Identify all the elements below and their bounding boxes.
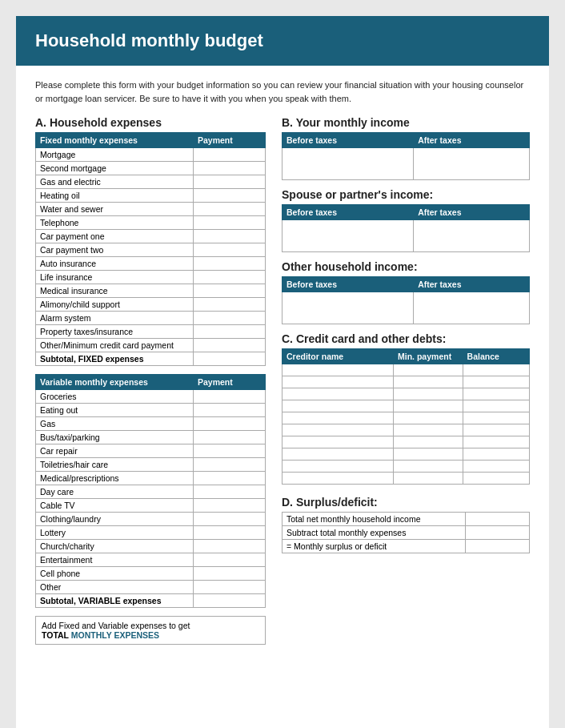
left-column: A. Household expenses Fixed monthly expe… bbox=[35, 116, 266, 645]
page-title: Household monthly budget bbox=[35, 30, 263, 50]
table-row: Car payment one bbox=[36, 230, 266, 243]
total-expenses-box: Add Fixed and Variable expenses to get T… bbox=[35, 616, 266, 645]
table-row bbox=[282, 473, 530, 485]
table-row bbox=[282, 376, 530, 388]
other-income-title: Other household income: bbox=[282, 260, 530, 273]
variable-col2-header: Payment bbox=[194, 375, 266, 390]
fixed-expenses-table: Fixed monthly expenses Payment Mortgage … bbox=[35, 132, 266, 366]
table-row: Medical insurance bbox=[36, 284, 266, 298]
spouse-income-header-row: Before taxes After taxes bbox=[282, 205, 530, 220]
table-row: Auto insurance bbox=[36, 257, 266, 271]
credit-col3-header: Balance bbox=[463, 349, 529, 364]
table-row: Eating out bbox=[36, 404, 266, 417]
other-income-header-row: Before taxes After taxes bbox=[282, 277, 530, 292]
table-row: Other/Minimum credit card payment bbox=[36, 339, 266, 352]
table-row: Other bbox=[36, 581, 266, 594]
surplus-row-1: Total net monthly household income bbox=[282, 513, 530, 526]
intro-text: Please complete this form with your budg… bbox=[35, 78, 530, 105]
table-row: Alarm system bbox=[36, 312, 266, 325]
income-data-row bbox=[282, 148, 530, 180]
table-row bbox=[282, 400, 530, 412]
table-row: Life insurance bbox=[36, 271, 266, 284]
table-row: Gas and electric bbox=[36, 175, 266, 189]
table-row: Water and sewer bbox=[36, 203, 266, 216]
table-row bbox=[282, 424, 530, 436]
income-col1-header: Before taxes bbox=[282, 133, 414, 148]
surplus-row-3: = Monthly surplus or deficit bbox=[282, 540, 530, 553]
total-monthly-label: MONTHLY EXPENSES bbox=[71, 630, 159, 640]
table-row: Toiletries/hair care bbox=[36, 458, 266, 472]
variable-expenses-table: Variable monthly expenses Payment Grocer… bbox=[35, 374, 266, 608]
spouse-income-table: Before taxes After taxes bbox=[282, 204, 530, 252]
credit-col1-header: Creditor name bbox=[282, 349, 394, 364]
spouse-col2-header: After taxes bbox=[414, 205, 530, 220]
credit-card-table: Creditor name Min. payment Balance bbox=[282, 348, 530, 485]
other-income-data-row bbox=[282, 292, 530, 324]
fixed-header-row: Fixed monthly expenses Payment bbox=[36, 133, 266, 148]
section-d-title: D. Surplus/deficit: bbox=[282, 496, 530, 509]
table-row: Cell phone bbox=[36, 567, 266, 581]
variable-col1-header: Variable monthly expenses bbox=[36, 375, 194, 390]
table-row: Groceries bbox=[36, 390, 266, 404]
table-row: Mortgage bbox=[36, 148, 266, 162]
total-expenses-line1: Add Fixed and Variable expenses to get bbox=[42, 621, 259, 630]
table-row bbox=[282, 461, 530, 473]
table-row bbox=[282, 412, 530, 424]
other-col2-header: After taxes bbox=[414, 277, 530, 292]
table-row: Heating oil bbox=[36, 189, 266, 203]
surplus-deficit-table: Total net monthly household income Subtr… bbox=[282, 512, 530, 553]
table-row: Telephone bbox=[36, 216, 266, 230]
section-b-title: B. Your monthly income bbox=[282, 116, 530, 129]
variable-header-row: Variable monthly expenses Payment bbox=[36, 375, 266, 390]
section-a-title: A. Household expenses bbox=[35, 116, 266, 129]
table-row: Alimony/child support bbox=[36, 298, 266, 312]
table-row: Church/charity bbox=[36, 540, 266, 553]
credit-col2-header: Min. payment bbox=[394, 349, 463, 364]
table-row: Property taxes/insurance bbox=[36, 325, 266, 339]
table-row: Car repair bbox=[36, 444, 266, 458]
total-expenses-line2: TOTAL MONTHLY EXPENSES bbox=[42, 630, 259, 640]
page: Household monthly budget Please complete… bbox=[16, 16, 549, 728]
income-header-row: Before taxes After taxes bbox=[282, 133, 530, 148]
table-row: Cable TV bbox=[36, 499, 266, 513]
table-row bbox=[282, 448, 530, 461]
spouse-col1-header: Before taxes bbox=[282, 205, 414, 220]
table-row bbox=[282, 364, 530, 376]
table-row: Car payment two bbox=[36, 243, 266, 257]
table-row: Gas bbox=[36, 417, 266, 431]
income-col2-header: After taxes bbox=[414, 133, 530, 148]
table-row: Lottery bbox=[36, 526, 266, 540]
monthly-income-table: Before taxes After taxes bbox=[282, 132, 530, 180]
table-row: Medical/prescriptions bbox=[36, 472, 266, 485]
fixed-subtotal-row: Subtotal, FIXED expenses bbox=[36, 352, 266, 366]
surplus-row-2: Subtract total monthly expenses bbox=[282, 526, 530, 540]
page-header: Household monthly budget bbox=[16, 16, 549, 66]
spouse-income-data-row bbox=[282, 220, 530, 252]
table-row: Day care bbox=[36, 485, 266, 499]
table-row bbox=[282, 436, 530, 448]
fixed-col2-header: Payment bbox=[194, 133, 266, 148]
table-row: Clothing/laundry bbox=[36, 513, 266, 526]
spouse-income-title: Spouse or partner's income: bbox=[282, 188, 530, 201]
right-column: B. Your monthly income Before taxes Afte… bbox=[282, 116, 530, 645]
table-row bbox=[282, 388, 530, 400]
table-row: Entertainment bbox=[36, 553, 266, 567]
credit-header-row: Creditor name Min. payment Balance bbox=[282, 349, 530, 364]
table-row: Bus/taxi/parking bbox=[36, 431, 266, 444]
other-col1-header: Before taxes bbox=[282, 277, 414, 292]
variable-subtotal-row: Subtotal, VARIABLE expenses bbox=[36, 594, 266, 608]
table-row: Second mortgage bbox=[36, 162, 266, 175]
other-income-table: Before taxes After taxes bbox=[282, 276, 530, 324]
section-c-title: C. Credit card and other debts: bbox=[282, 332, 530, 345]
fixed-col1-header: Fixed monthly expenses bbox=[36, 133, 194, 148]
